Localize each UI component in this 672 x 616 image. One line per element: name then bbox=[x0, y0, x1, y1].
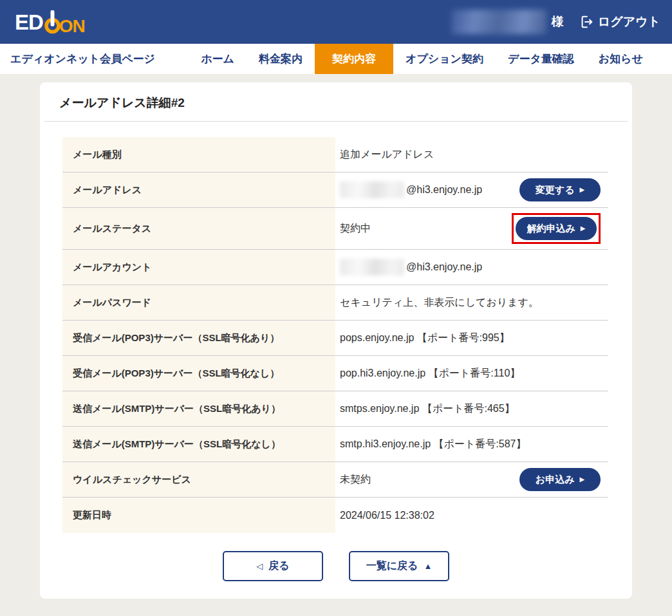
row-value-text: セキュリティ上、非表示にしております。 bbox=[340, 296, 539, 310]
detail-row: ウイルスチェックサービス未契約お申込み▶ bbox=[62, 462, 608, 498]
row-value: 2024/06/15 12:38:02 bbox=[335, 498, 608, 533]
tab-pricing[interactable]: 料金案内 bbox=[247, 44, 315, 74]
detail-row: 送信メール(SMTP)サーバー（SSL暗号化なし）smtp.hi3.enjoy.… bbox=[62, 427, 608, 462]
app-header: ED ON 様 ログアウト bbox=[0, 0, 672, 44]
header-right: 様 ログアウト bbox=[451, 10, 660, 34]
masked-email-prefix bbox=[340, 182, 404, 198]
right-triangle-icon: ▶ bbox=[580, 476, 585, 483]
button-label: 解約申込み bbox=[527, 223, 575, 235]
logout-label: ログアウト bbox=[598, 14, 660, 30]
row-label: ウイルスチェックサービス bbox=[62, 462, 335, 497]
up-triangle-icon: ▲ bbox=[424, 562, 432, 570]
row-value: smtp.hi3.enjoy.ne.jp 【ポート番号:587】 bbox=[335, 427, 608, 462]
detail-row: メールアドレス@hi3.enjoy.ne.jp変更する▶ bbox=[62, 173, 608, 208]
row-label: 更新日時 bbox=[62, 498, 335, 533]
row-value-text: 2024/06/15 12:38:02 bbox=[340, 510, 434, 521]
detail-row: 送信メール(SMTP)サーバー（SSL暗号化あり）smtps.enjoy.ne.… bbox=[62, 391, 608, 427]
row-value: pop.hi3.enjoy.ne.jp 【ポート番号:110】 bbox=[335, 356, 608, 391]
user-name-suffix: 様 bbox=[552, 14, 564, 30]
row-value: smtps.enjoy.ne.jp 【ポート番号:465】 bbox=[335, 391, 608, 426]
nav-items: ホーム 料金案内 契約内容 オプション契約 データ量確認 お知らせ bbox=[189, 44, 655, 74]
button-label: 変更する bbox=[536, 184, 575, 196]
apply-button[interactable]: お申込み▶ bbox=[519, 468, 601, 491]
back-to-list-label: 一覧に戻る bbox=[366, 559, 418, 573]
detail-row: メール種別追加メールアドレス bbox=[62, 137, 608, 173]
row-label: 送信メール(SMTP)サーバー（SSL暗号化あり） bbox=[62, 391, 335, 426]
row-value-text: 契約中 bbox=[340, 222, 371, 236]
change-button[interactable]: 変更する▶ bbox=[519, 178, 601, 201]
row-value-text: 未契約 bbox=[340, 473, 371, 487]
tab-data-usage[interactable]: データ量確認 bbox=[496, 44, 586, 74]
tab-option-contract[interactable]: オプション契約 bbox=[393, 44, 496, 74]
detail-row: 受信メール(POP3)サーバー（SSL暗号化なし）pop.hi3.enjoy.n… bbox=[62, 356, 608, 391]
back-to-list-button[interactable]: 一覧に戻る ▲ bbox=[349, 551, 449, 581]
tab-news[interactable]: お知らせ bbox=[586, 44, 655, 74]
row-value-text: @hi3.enjoy.ne.jp bbox=[406, 261, 482, 273]
detail-row: 受信メール(POP3)サーバー（SSL暗号化あり）pops.enjoy.ne.j… bbox=[62, 321, 608, 356]
row-value: 契約中解約申込み▶ bbox=[335, 208, 608, 249]
right-triangle-icon: ▶ bbox=[581, 225, 586, 232]
row-value: @hi3.enjoy.ne.jp bbox=[335, 250, 608, 285]
edion-logo[interactable]: ED ON bbox=[15, 9, 87, 35]
row-value: セキュリティ上、非表示にしております。 bbox=[335, 285, 608, 320]
left-triangle-icon: ◁ bbox=[256, 562, 263, 570]
row-label: 受信メール(POP3)サーバー（SSL暗号化あり） bbox=[62, 321, 335, 355]
page-title: メールアドレス詳細#2 bbox=[59, 95, 610, 111]
row-value: 追加メールアドレス bbox=[335, 137, 608, 172]
row-value-text: smtp.hi3.enjoy.ne.jp 【ポート番号:587】 bbox=[340, 438, 526, 451]
masked-email-prefix bbox=[340, 259, 404, 275]
detail-row: 更新日時2024/06/15 12:38:02 bbox=[62, 498, 608, 533]
row-label: 送信メール(SMTP)サーバー（SSL暗号化なし） bbox=[62, 427, 335, 462]
footer-buttons: ◁ 戻る 一覧に戻る ▲ bbox=[62, 551, 610, 581]
logout-icon bbox=[579, 15, 593, 29]
highlight-box: 解約申込み▶ bbox=[512, 213, 601, 244]
member-page-brand[interactable]: エディオンネット会員ページ bbox=[10, 51, 155, 66]
button-label: お申込み bbox=[536, 474, 575, 486]
row-action: 解約申込み▶ bbox=[512, 213, 601, 244]
masked-user-name bbox=[451, 10, 546, 34]
detail-row: メールパスワードセキュリティ上、非表示にしております。 bbox=[62, 285, 608, 321]
power-icon bbox=[44, 10, 61, 35]
main-navbar: エディオンネット会員ページ ホーム 料金案内 契約内容 オプション契約 データ量… bbox=[0, 44, 672, 74]
row-action: 変更する▶ bbox=[519, 178, 601, 201]
logo-text-on: ON bbox=[59, 17, 85, 35]
content-card: メールアドレス詳細#2 メール種別追加メールアドレスメールアドレス@hi3.en… bbox=[40, 82, 632, 599]
logo-text-ed: ED bbox=[15, 12, 43, 33]
back-button[interactable]: ◁ 戻る bbox=[223, 551, 323, 581]
row-value: @hi3.enjoy.ne.jp変更する▶ bbox=[335, 173, 608, 207]
row-value: pops.enjoy.ne.jp 【ポート番号:995】 bbox=[335, 321, 608, 355]
row-label: メールアドレス bbox=[62, 173, 335, 207]
right-triangle-icon: ▶ bbox=[580, 187, 585, 193]
cancel-application-button[interactable]: 解約申込み▶ bbox=[516, 217, 597, 240]
row-value-text: pops.enjoy.ne.jp 【ポート番号:995】 bbox=[340, 331, 510, 345]
row-label: メールアカウント bbox=[62, 250, 335, 285]
back-button-label: 戻る bbox=[268, 559, 289, 573]
row-value: 未契約お申込み▶ bbox=[335, 462, 608, 497]
row-value-text: @hi3.enjoy.ne.jp bbox=[406, 184, 482, 196]
row-value-text: pop.hi3.enjoy.ne.jp 【ポート番号:110】 bbox=[340, 367, 520, 380]
detail-row: メールアカウント@hi3.enjoy.ne.jp bbox=[62, 250, 608, 285]
logout-button[interactable]: ログアウト bbox=[579, 14, 660, 30]
row-action: お申込み▶ bbox=[519, 468, 601, 491]
row-value-text: 追加メールアドレス bbox=[340, 148, 434, 162]
detail-row: メールステータス契約中解約申込み▶ bbox=[62, 208, 608, 250]
row-label: メールパスワード bbox=[62, 285, 335, 320]
row-label: メール種別 bbox=[62, 137, 335, 172]
row-label: メールステータス bbox=[62, 208, 335, 249]
mail-detail-table: メール種別追加メールアドレスメールアドレス@hi3.enjoy.ne.jp変更す… bbox=[62, 137, 608, 533]
tab-home[interactable]: ホーム bbox=[189, 44, 247, 74]
tab-contract-details[interactable]: 契約内容 bbox=[315, 44, 393, 74]
row-value-text: smtps.enjoy.ne.jp 【ポート番号:465】 bbox=[340, 402, 515, 416]
title-divider bbox=[44, 121, 628, 122]
row-label: 受信メール(POP3)サーバー（SSL暗号化なし） bbox=[62, 356, 335, 391]
